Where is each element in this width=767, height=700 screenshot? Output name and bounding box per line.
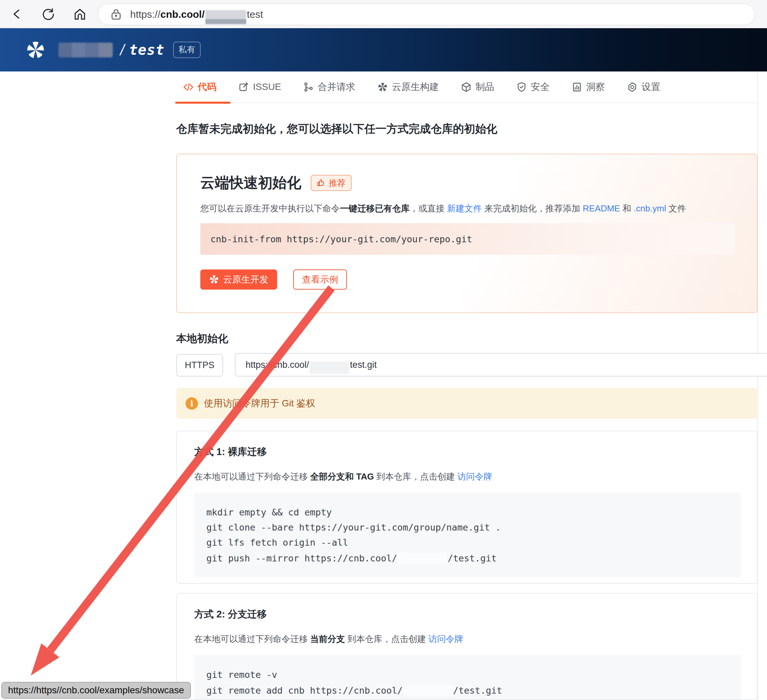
tab-label: 安全 bbox=[531, 81, 550, 93]
method1-description: 在本地可以通过下列命令迁移 全部分支和 TAG 到本仓库，点击创建 访问令牌 bbox=[194, 471, 740, 482]
url-page: test bbox=[247, 9, 263, 20]
desc-bold: 当前分支 bbox=[310, 634, 345, 644]
repo-url-suffix: test.git bbox=[350, 360, 377, 370]
desc-text: 到本仓库，点击创建 bbox=[374, 471, 457, 482]
tab-label: ISSUE bbox=[253, 81, 281, 92]
tab-cloud-native-build[interactable]: 云原生构建 bbox=[377, 72, 439, 102]
code-text: git remote add cnb https://cnb.cool/ bbox=[206, 685, 403, 696]
code-line: git lfs fetch origin --all bbox=[206, 535, 741, 550]
desc-text: 在本地可以通过下列命令迁移 bbox=[194, 471, 310, 482]
protocol-select[interactable]: HTTPS bbox=[176, 354, 223, 377]
tab-artifacts[interactable]: 制品 bbox=[461, 72, 494, 102]
redacted-owner-name-blur bbox=[58, 43, 113, 57]
cloud-init-card: 云端快速初始化 推荐 您可以在云原生开发中执行以下命令一键迁移已有仓库，或直接 … bbox=[176, 154, 757, 313]
redacted-namespace-blur bbox=[310, 361, 349, 374]
token-warning-text: 使用访问令牌用于 Git 鉴权 bbox=[204, 397, 315, 410]
cnb-logo-icon[interactable] bbox=[25, 40, 46, 60]
code-line: mkdir empty && cd empty bbox=[206, 505, 741, 520]
cloud-init-command[interactable]: cnb-init-from https://your-git.com/your-… bbox=[200, 223, 735, 255]
url-domain: cnb.cool/ bbox=[161, 9, 205, 20]
code-line: git remote -v bbox=[206, 667, 741, 682]
settings-icon bbox=[627, 82, 638, 92]
repo-path-separator: / bbox=[120, 41, 124, 59]
url-text: https://cnb.cool/test bbox=[130, 7, 263, 21]
new-file-link[interactable]: 新建文件 bbox=[447, 204, 482, 213]
tab-label: 设置 bbox=[641, 81, 660, 93]
lock-icon bbox=[111, 9, 121, 20]
code-line: git remote -v bbox=[206, 698, 741, 700]
cnbyml-link[interactable]: .cnb.yml bbox=[633, 204, 666, 213]
desc-text: ，或直接 bbox=[410, 204, 447, 213]
link-preview-status-bar: https://https//cnb.cool/examples/showcas… bbox=[2, 682, 191, 698]
insight-chart-icon bbox=[572, 82, 582, 92]
thumbs-up-icon bbox=[317, 178, 325, 187]
tab-security[interactable]: 安全 bbox=[516, 72, 550, 102]
method2-card: 方式 2: 分支迁移 在本地可以通过下列命令迁移 当前分支 到本仓库，点击创建 … bbox=[176, 593, 757, 700]
desc-text: 和 bbox=[620, 204, 633, 213]
code-icon bbox=[183, 82, 194, 92]
tab-label: 合并请求 bbox=[318, 81, 355, 93]
recommend-badge-label: 推荐 bbox=[329, 178, 345, 189]
pinwheel-icon bbox=[377, 82, 388, 92]
view-examples-button[interactable]: 查看示例 bbox=[293, 269, 347, 290]
desc-text: 您可以在云原生开发中执行以下命令 bbox=[200, 204, 340, 213]
tab-merge-requests[interactable]: 合并请求 bbox=[303, 72, 355, 102]
info-icon: i bbox=[186, 397, 198, 410]
desc-text: 来完成初始化，推荐添加 bbox=[482, 204, 582, 213]
tab-label: 云原生构建 bbox=[392, 81, 439, 93]
recommend-badge: 推荐 bbox=[311, 175, 352, 191]
cloud-init-title: 云端快速初始化 bbox=[200, 173, 301, 192]
issue-icon bbox=[239, 82, 249, 92]
code-text: /test.git bbox=[447, 553, 496, 563]
url-scheme: https:// bbox=[130, 9, 161, 20]
redacted-namespace-blur bbox=[398, 552, 447, 564]
repo-url-prefix: https://cnb.cool/ bbox=[246, 360, 309, 370]
cube-icon bbox=[461, 82, 471, 92]
home-icon[interactable] bbox=[72, 7, 87, 21]
desc-text: 在本地可以通过下列命令迁移 bbox=[194, 634, 310, 644]
desc-text: 文件 bbox=[666, 204, 686, 213]
redacted-namespace-blur bbox=[403, 684, 453, 696]
method1-card: 方式 1: 裸库迁移 在本地可以通过下列命令迁移 全部分支和 TAG 到本仓库，… bbox=[176, 431, 757, 584]
method2-code-block[interactable]: git remote -v git remote add cnb https:/… bbox=[194, 655, 741, 700]
init-notice-heading: 仓库暂未完成初始化，您可以选择以下任一方式完成仓库的初始化 bbox=[176, 121, 497, 137]
url-bar[interactable]: https://cnb.cool/test bbox=[98, 4, 755, 25]
access-token-link[interactable]: 访问令牌 bbox=[457, 471, 492, 482]
tab-settings[interactable]: 设置 bbox=[627, 72, 660, 102]
tab-insights[interactable]: 洞察 bbox=[572, 72, 605, 102]
code-line: git push --mirror https://cnb.cool//test… bbox=[206, 550, 741, 566]
tab-code[interactable]: 代码 bbox=[183, 72, 216, 102]
site-header: / test 私有 bbox=[0, 28, 767, 72]
code-text: /test.git bbox=[453, 685, 502, 696]
desc-bold: 一键迁移已有仓库 bbox=[340, 204, 410, 213]
readme-link[interactable]: README bbox=[583, 204, 620, 213]
tab-label: 制品 bbox=[476, 81, 494, 93]
local-init-heading: 本地初始化 bbox=[176, 331, 228, 346]
desc-text: 到本仓库，点击创建 bbox=[345, 634, 428, 644]
back-icon[interactable] bbox=[10, 7, 25, 21]
merge-request-icon bbox=[303, 82, 314, 92]
pinwheel-icon bbox=[209, 275, 219, 285]
code-line: git remote add cnb https://cnb.cool//tes… bbox=[206, 682, 741, 698]
code-text: git push --mirror https://cnb.cool/ bbox=[206, 553, 397, 563]
refresh-icon[interactable] bbox=[41, 7, 56, 21]
method1-code-block[interactable]: mkdir empty && cd empty git clone --bare… bbox=[194, 493, 741, 577]
cloud-native-dev-label: 云原生开发 bbox=[223, 274, 269, 286]
cloud-native-dev-button[interactable]: 云原生开发 bbox=[200, 269, 277, 290]
repo-url-input[interactable]: https://cnb.cool/test.git bbox=[235, 353, 767, 377]
tab-label: 洞察 bbox=[586, 81, 605, 93]
access-token-link[interactable]: 访问令牌 bbox=[428, 634, 463, 644]
redacted-namespace-blur bbox=[205, 10, 246, 24]
token-warning-banner: i 使用访问令牌用于 Git 鉴权 bbox=[176, 388, 757, 419]
visibility-badge: 私有 bbox=[173, 41, 201, 58]
browser-toolbar: https://cnb.cool/test bbox=[0, 0, 767, 28]
cloud-init-description: 您可以在云原生开发中执行以下命令一键迁移已有仓库，或直接 新建文件 来完成初始化… bbox=[200, 203, 734, 215]
method1-title: 方式 1: 裸库迁移 bbox=[194, 445, 740, 459]
tabbar-divider bbox=[176, 102, 757, 103]
tab-label: 代码 bbox=[197, 81, 216, 93]
repo-name[interactable]: test bbox=[129, 41, 164, 58]
shield-icon bbox=[516, 82, 527, 92]
method2-title: 方式 2: 分支迁移 bbox=[194, 608, 740, 621]
tab-issue[interactable]: ISSUE bbox=[239, 72, 281, 102]
code-line: git clone --bare https://your-git.com/gr… bbox=[206, 520, 741, 535]
